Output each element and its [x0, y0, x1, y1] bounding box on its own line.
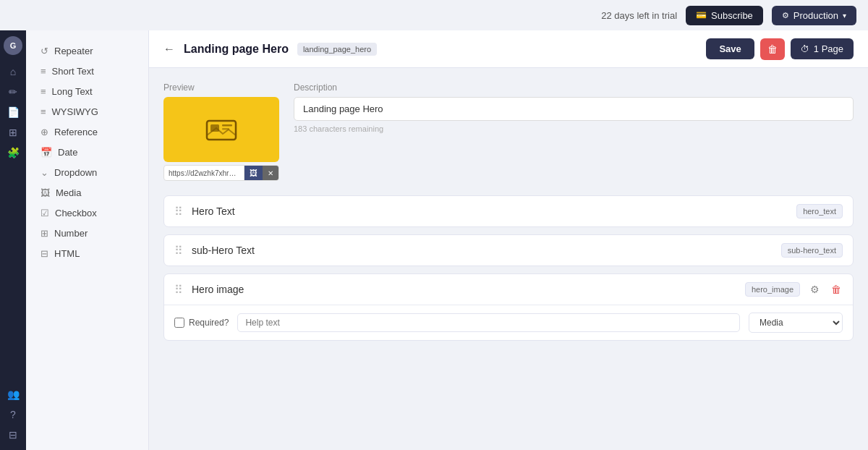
subscribe-icon: 💳	[696, 10, 707, 20]
field-row-main: ⠿ hero_image ⚙ 🗑	[164, 274, 853, 305]
sidebar-item-label: Short Text	[52, 66, 94, 77]
sidebar-item-long-text[interactable]: ≡ Long Text	[30, 82, 144, 101]
chars-remaining: 183 characters remaining	[294, 124, 854, 133]
delete-button[interactable]: 🗑	[760, 38, 785, 60]
field-name-input[interactable]	[192, 245, 773, 256]
help-icon[interactable]: ?	[4, 405, 22, 424]
sidebar-item-html[interactable]: ⊟ HTML	[30, 244, 144, 263]
preview-url-text: https://d2wzhk7xhrnk1	[164, 166, 244, 180]
sidebar-item-label: Dropdown	[54, 167, 97, 178]
wysiwyg-icon: ≡	[41, 106, 46, 117]
preview-url-actions: 🖼 ✕	[244, 166, 278, 180]
trial-text: 22 days left in trial	[601, 10, 677, 21]
sidebar-item-media[interactable]: 🖼 Media	[30, 183, 144, 203]
back-button[interactable]: ←	[163, 43, 175, 56]
svg-rect-1	[210, 124, 219, 132]
field-type-select[interactable]: Media Image Video File	[749, 313, 843, 333]
field-key-badge: sub-hero_text	[781, 243, 843, 258]
repeater-icon: ↺	[41, 46, 48, 56]
field-key-badge: hero_text	[796, 204, 843, 218]
svg-rect-2	[222, 124, 232, 127]
grid-icon[interactable]: ⊞	[4, 123, 22, 142]
preview-url-bar: https://d2wzhk7xhrnk1 🖼 ✕	[163, 165, 279, 181]
description-section: Description 183 characters remaining	[294, 82, 854, 133]
main-content: ← Landing page Hero landing_page_hero Sa…	[149, 30, 868, 450]
preview-close-button[interactable]: ✕	[263, 166, 278, 180]
save-button[interactable]: Save	[706, 38, 754, 59]
sidebar-item-label: Number	[54, 228, 88, 239]
sidebar-item-wysiwyg[interactable]: ≡ WYSIWYG	[30, 102, 144, 122]
edit-icon[interactable]: ✏	[4, 82, 22, 101]
drag-icon[interactable]: ⠿	[174, 205, 183, 218]
sidebar-item-number[interactable]: ⊞ Number	[30, 224, 144, 243]
pages-button[interactable]: ⏱ 1 Page	[791, 38, 854, 59]
preview-label: Preview	[163, 82, 279, 93]
field-key-badge: hero_image	[745, 282, 800, 297]
sidebar-item-label: Long Text	[52, 86, 93, 97]
production-label: Production	[793, 10, 838, 21]
sidebar-item-label: Checkbox	[55, 208, 97, 218]
field-settings-button[interactable]: ⚙	[809, 282, 821, 297]
field-row: ⠿ sub-hero_text	[163, 234, 854, 266]
field-row-main: ⠿ hero_text	[164, 196, 853, 226]
slug-badge: landing_page_hero	[297, 43, 377, 56]
pages-clock-icon: ⏱	[801, 44, 809, 54]
subscribe-label: Subscribe	[711, 10, 753, 21]
short-text-icon: ≡	[41, 66, 46, 77]
sidebar-item-reference[interactable]: ⊕ Reference	[30, 122, 144, 142]
home-icon[interactable]: ⌂	[4, 62, 22, 81]
description-input[interactable]	[294, 97, 854, 121]
required-label: Required?	[189, 318, 229, 328]
avatar: G	[4, 36, 22, 55]
media-icon: 🖼	[41, 187, 50, 198]
field-name-input[interactable]	[192, 205, 788, 217]
sidebar-item-label: Date	[58, 147, 77, 158]
field-settings-panel: Required? Media Image Video File	[164, 305, 853, 340]
production-icon: ⚙	[782, 11, 789, 20]
pages-count: 1 Page	[814, 43, 843, 54]
dropdown-icon: ⌄	[41, 167, 48, 178]
sidebar-item-label: HTML	[54, 248, 80, 259]
field-row: ⠿ hero_text	[163, 195, 854, 227]
users-icon[interactable]: 👥	[4, 385, 22, 404]
sidebar-item-date[interactable]: 📅 Date	[30, 143, 144, 162]
preview-section: Preview https://d2wzhk7xhrnk1	[163, 82, 279, 181]
sidebar-item-repeater[interactable]: ↺ Repeater	[30, 41, 144, 61]
long-text-icon: ≡	[41, 86, 46, 97]
number-icon: ⊞	[41, 228, 48, 239]
field-row-main: ⠿ sub-hero_text	[164, 235, 853, 266]
scroll-area: Preview https://d2wzhk7xhrnk1	[149, 68, 868, 450]
sidebar-item-short-text[interactable]: ≡ Short Text	[30, 61, 144, 81]
sidebar-item-dropdown[interactable]: ⌄ Dropdown	[30, 163, 144, 182]
html-icon: ⊟	[41, 248, 48, 259]
sidebar-item-label: Media	[56, 187, 81, 198]
content-header: ← Landing page Hero landing_page_hero Sa…	[149, 30, 868, 68]
preview-image	[163, 97, 279, 162]
field-name-input[interactable]	[192, 284, 736, 295]
help-text-input[interactable]	[237, 313, 740, 332]
required-checkbox[interactable]	[174, 318, 184, 328]
drag-icon[interactable]: ⠿	[174, 244, 183, 258]
field-delete-button[interactable]: 🗑	[830, 282, 843, 297]
checkbox-icon: ☑	[41, 208, 49, 218]
production-button[interactable]: ⚙ Production ▾	[772, 6, 856, 25]
required-check: Required?	[174, 318, 229, 328]
pages-icon[interactable]: 📄	[4, 103, 22, 122]
puzzle-icon[interactable]: 🧩	[4, 143, 22, 162]
sidebar-item-label: Repeater	[54, 46, 93, 56]
reference-icon: ⊕	[41, 127, 48, 137]
field-type-sidebar: ↺ Repeater ≡ Short Text ≡ Long Text ≡ WY…	[26, 30, 149, 450]
fields-section: ⠿ hero_text ⠿ sub-hero_text	[163, 195, 854, 341]
left-nav: G ⌂ ✏ 📄 ⊞ 🧩 👥 ? ⊟	[0, 30, 26, 450]
settings-icon[interactable]: ⊟	[4, 425, 22, 444]
sidebar-item-checkbox[interactable]: ☑ Checkbox	[30, 203, 144, 223]
date-icon: 📅	[41, 147, 52, 158]
field-row: ⠿ hero_image ⚙ 🗑 Required?	[163, 273, 854, 341]
preview-media-button[interactable]: 🖼	[244, 166, 263, 180]
drag-icon[interactable]: ⠿	[174, 283, 183, 297]
page-title: Landing page Hero	[184, 43, 289, 56]
sidebar-item-label: WYSIWYG	[52, 106, 98, 117]
subscribe-button[interactable]: 💳 Subscribe	[686, 6, 763, 25]
preview-desc-row: Preview https://d2wzhk7xhrnk1	[163, 82, 854, 181]
sidebar-item-label: Reference	[54, 127, 98, 137]
